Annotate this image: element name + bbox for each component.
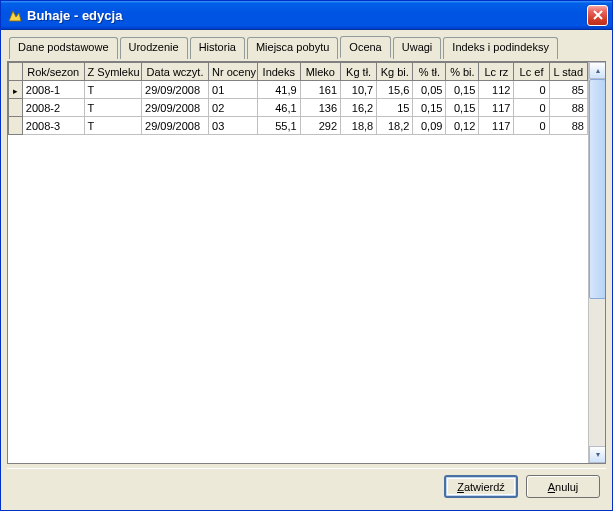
cell[interactable]: 15 bbox=[377, 99, 413, 117]
confirm-button[interactable]: Zatwierdź bbox=[444, 475, 518, 498]
cell[interactable]: 16,2 bbox=[341, 99, 377, 117]
tab-miejsca-pobytu[interactable]: Miejsca pobytu bbox=[247, 37, 338, 59]
col-kg-tl[interactable]: Kg tł. bbox=[341, 63, 377, 81]
app-icon bbox=[7, 7, 23, 23]
cell[interactable]: 0 bbox=[514, 81, 549, 99]
tab-dane-podstawowe[interactable]: Dane podstawowe bbox=[9, 37, 118, 59]
tab-indeks-podindeksy[interactable]: Indeks i podindeksy bbox=[443, 37, 558, 59]
window-title: Buhaje - edycja bbox=[27, 8, 587, 23]
cell[interactable]: 29/09/2008 bbox=[142, 99, 209, 117]
cell[interactable]: 136 bbox=[300, 99, 340, 117]
cell[interactable]: 112 bbox=[479, 81, 514, 99]
cell[interactable]: 29/09/2008 bbox=[142, 117, 209, 135]
scroll-up-button[interactable]: ▴ bbox=[589, 62, 606, 79]
col-mleko[interactable]: Mleko bbox=[300, 63, 340, 81]
cell[interactable]: 03 bbox=[209, 117, 258, 135]
cell[interactable]: 15,6 bbox=[377, 81, 413, 99]
cell[interactable]: 55,1 bbox=[258, 117, 301, 135]
table-row[interactable]: 2008-2 T 29/09/2008 02 46,1 136 16,2 15 … bbox=[9, 99, 588, 117]
tab-historia[interactable]: Historia bbox=[190, 37, 245, 59]
cell[interactable]: 2008-3 bbox=[22, 117, 84, 135]
grid-header-row: Rok/sezon Z Symleku Data wczyt. Nr oceny… bbox=[9, 63, 588, 81]
col-pct-bi[interactable]: % bi. bbox=[446, 63, 479, 81]
cell[interactable]: 161 bbox=[300, 81, 340, 99]
cell[interactable]: 0 bbox=[514, 99, 549, 117]
cell[interactable]: 88 bbox=[549, 99, 587, 117]
col-rok-sezon[interactable]: Rok/sezon bbox=[22, 63, 84, 81]
cell[interactable]: 02 bbox=[209, 99, 258, 117]
row-indicator bbox=[9, 117, 23, 135]
cell[interactable]: 10,7 bbox=[341, 81, 377, 99]
col-nr-oceny[interactable]: Nr oceny bbox=[209, 63, 258, 81]
cell[interactable]: 0,15 bbox=[446, 81, 479, 99]
cell[interactable]: 117 bbox=[479, 99, 514, 117]
cell[interactable]: 117 bbox=[479, 117, 514, 135]
table-row[interactable]: 2008-3 T 29/09/2008 03 55,1 292 18,8 18,… bbox=[9, 117, 588, 135]
cell[interactable]: 292 bbox=[300, 117, 340, 135]
col-kg-bi[interactable]: Kg bi. bbox=[377, 63, 413, 81]
vertical-scrollbar[interactable]: ▴ ▾ bbox=[588, 62, 605, 463]
close-button[interactable] bbox=[587, 5, 608, 26]
tab-ocena[interactable]: Ocena bbox=[340, 36, 390, 58]
grid-indicator-header bbox=[9, 63, 23, 81]
scroll-down-button[interactable]: ▾ bbox=[589, 446, 606, 463]
cell[interactable]: 0,09 bbox=[413, 117, 446, 135]
cancel-button[interactable]: Anuluj bbox=[526, 475, 600, 498]
tab-panel-ocena: Rok/sezon Z Symleku Data wczyt. Nr oceny… bbox=[7, 57, 606, 468]
col-l-stad[interactable]: L stad bbox=[549, 63, 587, 81]
col-lc-ef[interactable]: Lc ef bbox=[514, 63, 549, 81]
tab-strip: Dane podstawowe Urodzenie Historia Miejs… bbox=[7, 36, 606, 58]
row-indicator bbox=[9, 81, 23, 99]
tab-uwagi[interactable]: Uwagi bbox=[393, 37, 442, 59]
tab-urodzenie[interactable]: Urodzenie bbox=[120, 37, 188, 59]
row-indicator bbox=[9, 99, 23, 117]
client-area: Dane podstawowe Urodzenie Historia Miejs… bbox=[1, 30, 612, 510]
title-bar[interactable]: Buhaje - edycja bbox=[1, 1, 612, 30]
cell[interactable]: T bbox=[84, 99, 141, 117]
cell[interactable]: 0,15 bbox=[446, 99, 479, 117]
table-row[interactable]: 2008-1 T 29/09/2008 01 41,9 161 10,7 15,… bbox=[9, 81, 588, 99]
cell[interactable]: 29/09/2008 bbox=[142, 81, 209, 99]
cell[interactable]: 01 bbox=[209, 81, 258, 99]
cell[interactable]: 88 bbox=[549, 117, 587, 135]
col-indeks[interactable]: Indeks bbox=[258, 63, 301, 81]
col-z-symleku[interactable]: Z Symleku bbox=[84, 63, 141, 81]
cell[interactable]: 46,1 bbox=[258, 99, 301, 117]
cell[interactable]: 0,15 bbox=[413, 99, 446, 117]
cell[interactable]: 2008-1 bbox=[22, 81, 84, 99]
col-data-wczyt[interactable]: Data wczyt. bbox=[142, 63, 209, 81]
scroll-thumb[interactable] bbox=[589, 79, 606, 299]
cell[interactable]: 0 bbox=[514, 117, 549, 135]
cell[interactable]: T bbox=[84, 117, 141, 135]
button-bar: Zatwierdź Anuluj bbox=[7, 468, 606, 504]
cell[interactable]: 0,12 bbox=[446, 117, 479, 135]
cell[interactable]: T bbox=[84, 81, 141, 99]
cell[interactable]: 85 bbox=[549, 81, 587, 99]
window-frame: Buhaje - edycja Dane podstawowe Urodzeni… bbox=[0, 0, 613, 511]
col-lc-rz[interactable]: Lc rz bbox=[479, 63, 514, 81]
data-grid[interactable]: Rok/sezon Z Symleku Data wczyt. Nr oceny… bbox=[7, 61, 606, 464]
cell[interactable]: 18,2 bbox=[377, 117, 413, 135]
cell[interactable]: 41,9 bbox=[258, 81, 301, 99]
cell[interactable]: 0,05 bbox=[413, 81, 446, 99]
col-pct-tl[interactable]: % tł. bbox=[413, 63, 446, 81]
cell[interactable]: 2008-2 bbox=[22, 99, 84, 117]
cell[interactable]: 18,8 bbox=[341, 117, 377, 135]
